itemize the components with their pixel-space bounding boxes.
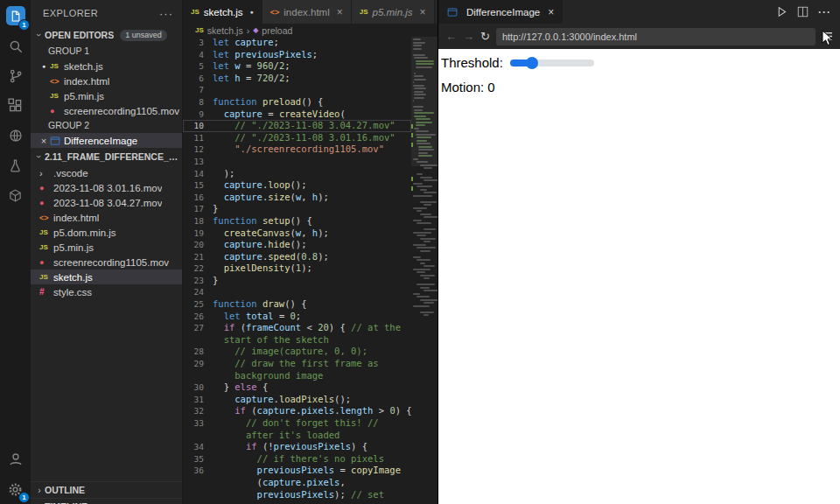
code-line-27[interactable]: 27 if (frameCount < 20) { // at the xyxy=(183,322,411,334)
code-editor[interactable]: 3let capture;4let previousPixels;5let w … xyxy=(183,37,411,504)
more-actions-icon[interactable]: ··· xyxy=(159,7,173,20)
code-line-34[interactable]: 34 if (!previousPixels) { xyxy=(183,441,411,453)
more-actions-icon[interactable]: ··· xyxy=(818,6,831,18)
testing-icon[interactable] xyxy=(0,150,31,180)
search-icon[interactable] xyxy=(0,32,31,61)
code-line-15[interactable]: 15 capture.loop(); xyxy=(183,179,411,192)
file-item-2023-11-08-3-04-27-mov[interactable]: ●2023-11-08 3.04.27.mov xyxy=(31,195,182,210)
code-line-11[interactable]: 11 // "./2023-11-08 3.01.16.mov" xyxy=(183,132,411,144)
code-line-wrap[interactable]: after it's loaded xyxy=(183,430,411,442)
browser-toolbar: ← → ↻ http://127.0.0.1:3000/index.html xyxy=(438,24,840,49)
breadcrumb-file[interactable]: sketch.js xyxy=(207,25,243,36)
code-line-9[interactable]: 9 capture = createVideo( xyxy=(183,108,411,121)
code-line-31[interactable]: 31 capture.loadPixels(); xyxy=(183,394,411,406)
url-input[interactable]: http://127.0.0.1:3000/index.html xyxy=(496,28,816,46)
file-item-p5-dom-min-js[interactable]: JSp5.dom.min.js xyxy=(31,225,182,240)
forward-icon[interactable]: → xyxy=(463,30,474,43)
minimap[interactable] xyxy=(411,37,438,504)
play-icon[interactable] xyxy=(776,6,788,18)
tab-index-html[interactable]: <>index.html× xyxy=(262,0,352,24)
code-line-10[interactable]: 10 // "./2023-11-08 3.04.27.mov" xyxy=(183,120,411,132)
editor-group-label: GROUP 2 xyxy=(31,118,182,133)
remote-explorer-icon[interactable] xyxy=(0,121,31,150)
breadcrumb-symbol[interactable]: preload xyxy=(262,25,292,36)
open-editors-header[interactable]: › OPEN EDITORS 1 unsaved xyxy=(31,26,182,44)
package-icon[interactable] xyxy=(0,180,31,210)
code-line-17[interactable]: 17} xyxy=(183,203,411,215)
file-item-sketch-js[interactable]: JSsketch.js xyxy=(31,270,182,284)
code-line-wrap[interactable]: background image xyxy=(183,370,411,382)
code-line-20[interactable]: 20 capture.hide(); xyxy=(183,239,411,251)
split-editor-icon[interactable] xyxy=(797,6,808,18)
file-item-index-html[interactable]: <>index.html xyxy=(31,210,182,225)
code-line-13[interactable]: 13 xyxy=(183,156,411,168)
slider-thumb[interactable] xyxy=(526,57,538,69)
code-line-7[interactable]: 7 xyxy=(183,84,411,96)
code-line-12[interactable]: 12 "./screenrecording1105.mov" xyxy=(183,144,411,156)
close-icon[interactable]: × xyxy=(38,136,50,146)
tab-differenceimage[interactable]: DifferenceImage × xyxy=(438,0,563,24)
code-line-24[interactable]: 24 xyxy=(183,286,411,298)
modified-dot-icon[interactable]: ● xyxy=(250,9,254,15)
code-line-26[interactable]: 26 let total = 0; xyxy=(183,311,411,323)
browser-content: Threshold: Motion: 0 xyxy=(438,49,840,504)
line-number xyxy=(183,489,213,501)
code-line-35[interactable]: 35 // if there's no pixels xyxy=(183,453,411,466)
minimap-slider[interactable] xyxy=(411,37,438,166)
code-line-25[interactable]: 25function draw() { xyxy=(183,298,411,311)
outline-header[interactable]: › OUTLINE xyxy=(31,481,182,498)
code-line-wrap[interactable]: previousPixels); // set xyxy=(183,489,411,501)
file-item-p5-min-js[interactable]: JSp5.min.js xyxy=(31,88,182,103)
close-icon[interactable]: × xyxy=(548,6,554,18)
code-line-14[interactable]: 14 ); xyxy=(183,168,411,180)
threshold-slider[interactable] xyxy=(510,57,594,69)
extensions-icon[interactable] xyxy=(0,91,31,121)
line-number: 23 xyxy=(183,275,213,287)
code-line-4[interactable]: 4let previousPixels; xyxy=(183,49,411,61)
css-file-icon: # xyxy=(39,287,53,297)
file-item-screenrecording1105-mov[interactable]: ●screenrecording1105.mov xyxy=(31,103,182,118)
file-item-vscode[interactable]: ›.vscode xyxy=(31,165,182,180)
code-line-3[interactable]: 3let capture; xyxy=(183,37,411,49)
accounts-icon[interactable] xyxy=(0,444,31,474)
file-item-differenceimage[interactable]: ×DifferenceImage xyxy=(31,133,182,148)
code-line-33[interactable]: 33 // don't forget this! // xyxy=(183,417,411,430)
explorer-activity-icon[interactable]: 1 xyxy=(0,0,31,32)
code-line-30[interactable]: 30 } else { xyxy=(183,382,411,394)
reload-icon[interactable]: ↻ xyxy=(480,30,490,43)
settings-gear-icon[interactable]: 1 xyxy=(0,474,31,504)
file-item-screenrecording1105-mov[interactable]: ●screenrecording1105.mov xyxy=(31,255,182,270)
file-item-p5-min-js[interactable]: JSp5.min.js xyxy=(31,240,182,255)
code-line-5[interactable]: 5let w = 960/2; xyxy=(183,60,411,73)
tab-sketch-js[interactable]: JSsketch.js● xyxy=(183,0,262,24)
code-line-23[interactable]: 23} xyxy=(183,275,411,287)
close-icon[interactable]: × xyxy=(337,6,343,18)
code-line-wrap[interactable]: (capture.pixels, xyxy=(183,477,411,489)
file-item-sketch-js[interactable]: ●JSsketch.js xyxy=(31,59,182,74)
code-line-36[interactable]: 36 previousPixels = copyImage xyxy=(183,465,411,477)
code-line-22[interactable]: 22 pixelDensity(1); xyxy=(183,262,411,275)
file-item-2023-11-08-3-01-16-mov[interactable]: ●2023-11-08 3.01.16.mov xyxy=(31,180,182,195)
tab-p5-min-js[interactable]: JSp5.min.js× xyxy=(352,0,435,24)
code-line-6[interactable]: 6let h = 720/2; xyxy=(183,73,411,85)
close-icon[interactable]: × xyxy=(420,6,426,18)
code-line-16[interactable]: 16 capture.size(w, h); xyxy=(183,192,411,204)
code-line-29[interactable]: 29 // draw the first frame as xyxy=(183,358,411,370)
source-control-icon[interactable] xyxy=(0,61,31,91)
code-line-21[interactable]: 21 capture.speed(0.8); xyxy=(183,251,411,263)
code-line-wrap[interactable]: start of the sketch xyxy=(183,334,411,346)
timeline-header[interactable]: › TIMELINE xyxy=(31,498,182,504)
editor-group: JSsketch.js●<>index.html×JSp5.min.js× JS… xyxy=(182,0,438,504)
code-line-28[interactable]: 28 // image(capture, 0, 0); xyxy=(183,346,411,358)
workspace-folder-header[interactable]: › 2.11_FRAME_DIFFERENCE_OVER_ xyxy=(31,148,182,165)
file-item-index-html[interactable]: <>index.html xyxy=(31,74,182,88)
line-number: 17 xyxy=(183,203,213,215)
code-line-8[interactable]: 8function preload() { xyxy=(183,96,411,108)
menu-icon[interactable] xyxy=(822,32,833,41)
file-item-style-css[interactable]: #style.css xyxy=(31,284,182,299)
code-line-18[interactable]: 18function setup() { xyxy=(183,215,411,228)
code-line-19[interactable]: 19 createCanvas(w, h); xyxy=(183,228,411,240)
js-file-icon: JS xyxy=(39,228,53,236)
back-icon[interactable]: ← xyxy=(445,30,457,43)
code-line-32[interactable]: 32 if (capture.pixels.length > 0) { xyxy=(183,405,411,417)
